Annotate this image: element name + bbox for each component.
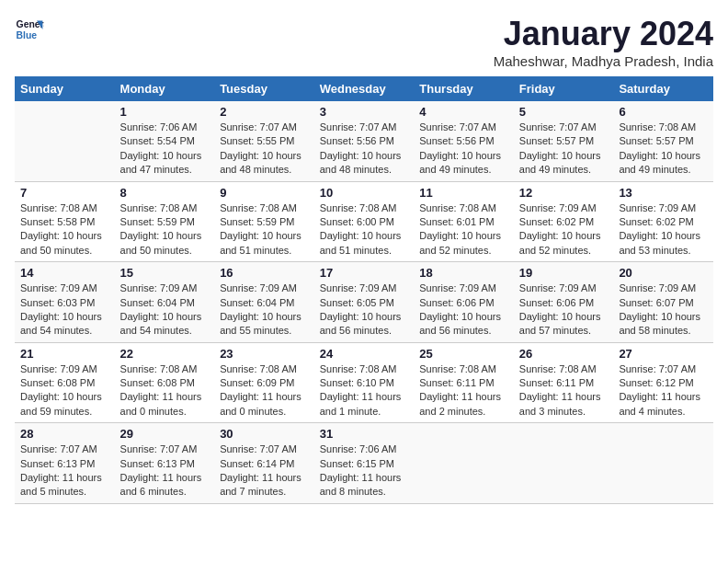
day-number: 9 bbox=[220, 186, 309, 200]
day-number: 10 bbox=[320, 186, 409, 200]
daylight-text: Daylight: 10 hours and 49 minutes. bbox=[619, 149, 708, 178]
day-number: 15 bbox=[120, 266, 210, 280]
sunset-text: Sunset: 5:55 PM bbox=[220, 134, 309, 148]
sunrise-text: Sunrise: 7:08 AM bbox=[419, 362, 508, 376]
day-info: Sunrise: 7:09 AMSunset: 6:02 PMDaylight:… bbox=[519, 201, 609, 259]
day-cell: 23Sunrise: 7:08 AMSunset: 6:09 PMDayligh… bbox=[214, 342, 314, 423]
day-cell bbox=[514, 423, 614, 504]
day-cell bbox=[613, 423, 713, 504]
day-cell: 24Sunrise: 7:08 AMSunset: 6:10 PMDayligh… bbox=[314, 342, 415, 423]
col-saturday: Saturday bbox=[613, 76, 713, 101]
week-row-2: 7Sunrise: 7:08 AMSunset: 5:58 PMDaylight… bbox=[15, 181, 713, 262]
day-cell: 31Sunrise: 7:06 AMSunset: 6:15 PMDayligh… bbox=[314, 423, 415, 504]
sunrise-text: Sunrise: 7:07 AM bbox=[519, 121, 609, 134]
day-info: Sunrise: 7:07 AMSunset: 6:13 PMDaylight:… bbox=[20, 442, 109, 500]
day-info: Sunrise: 7:08 AMSunset: 6:11 PMDaylight:… bbox=[519, 362, 609, 419]
week-row-1: 1Sunrise: 7:06 AMSunset: 5:54 PMDaylight… bbox=[15, 101, 713, 181]
day-info: Sunrise: 7:07 AMSunset: 6:12 PMDaylight:… bbox=[619, 362, 708, 419]
day-cell: 1Sunrise: 7:06 AMSunset: 5:54 PMDaylight… bbox=[115, 101, 215, 181]
sunrise-text: Sunrise: 7:08 AM bbox=[419, 201, 508, 215]
sunrise-text: Sunrise: 7:08 AM bbox=[519, 362, 609, 376]
daylight-text: Daylight: 10 hours and 53 minutes. bbox=[619, 229, 708, 258]
day-number: 31 bbox=[320, 427, 409, 441]
title-block: January 2024 Maheshwar, Madhya Pradesh, … bbox=[494, 15, 713, 69]
day-cell: 11Sunrise: 7:08 AMSunset: 6:01 PMDayligh… bbox=[414, 181, 514, 262]
sunrise-text: Sunrise: 7:07 AM bbox=[320, 121, 409, 134]
sunrise-text: Sunrise: 7:08 AM bbox=[220, 362, 309, 376]
sunset-text: Sunset: 5:56 PM bbox=[419, 134, 508, 148]
sunrise-text: Sunrise: 7:07 AM bbox=[619, 362, 708, 376]
day-number: 18 bbox=[419, 266, 508, 280]
sunset-text: Sunset: 6:01 PM bbox=[419, 215, 508, 229]
day-number: 28 bbox=[20, 427, 109, 441]
day-cell: 14Sunrise: 7:09 AMSunset: 6:03 PMDayligh… bbox=[15, 262, 115, 343]
page-header: General Blue January 2024 Maheshwar, Mad… bbox=[15, 15, 713, 69]
sunset-text: Sunset: 5:58 PM bbox=[20, 215, 109, 229]
sunset-text: Sunset: 6:12 PM bbox=[619, 376, 708, 390]
day-number: 16 bbox=[220, 266, 309, 280]
sunset-text: Sunset: 6:06 PM bbox=[519, 296, 609, 310]
day-number: 20 bbox=[619, 266, 708, 280]
day-info: Sunrise: 7:08 AMSunset: 6:11 PMDaylight:… bbox=[419, 362, 508, 419]
day-number: 3 bbox=[320, 105, 409, 119]
col-monday: Monday bbox=[115, 76, 215, 101]
day-cell: 8Sunrise: 7:08 AMSunset: 5:59 PMDaylight… bbox=[115, 181, 215, 262]
day-number: 22 bbox=[120, 347, 210, 361]
sunset-text: Sunset: 5:57 PM bbox=[619, 134, 708, 148]
day-info: Sunrise: 7:07 AMSunset: 6:14 PMDaylight:… bbox=[220, 442, 309, 500]
sunset-text: Sunset: 6:11 PM bbox=[519, 376, 609, 390]
day-info: Sunrise: 7:09 AMSunset: 6:08 PMDaylight:… bbox=[20, 362, 109, 419]
sunset-text: Sunset: 6:11 PM bbox=[419, 376, 508, 390]
day-number: 21 bbox=[20, 347, 109, 361]
day-cell: 4Sunrise: 7:07 AMSunset: 5:56 PMDaylight… bbox=[414, 101, 514, 181]
sunset-text: Sunset: 6:05 PM bbox=[320, 296, 409, 310]
day-cell: 15Sunrise: 7:09 AMSunset: 6:04 PMDayligh… bbox=[115, 262, 215, 343]
day-info: Sunrise: 7:09 AMSunset: 6:03 PMDaylight:… bbox=[20, 282, 109, 339]
day-number: 19 bbox=[519, 266, 609, 280]
day-number: 6 bbox=[619, 105, 708, 119]
sunset-text: Sunset: 5:57 PM bbox=[519, 134, 609, 148]
col-tuesday: Tuesday bbox=[214, 76, 314, 101]
daylight-text: Daylight: 11 hours and 0 minutes. bbox=[120, 390, 210, 419]
sunrise-text: Sunrise: 7:09 AM bbox=[619, 201, 708, 215]
day-number: 12 bbox=[519, 186, 609, 200]
day-number: 5 bbox=[519, 105, 609, 119]
sunset-text: Sunset: 5:54 PM bbox=[120, 134, 210, 148]
day-info: Sunrise: 7:06 AMSunset: 6:15 PMDaylight:… bbox=[320, 442, 409, 500]
day-cell: 27Sunrise: 7:07 AMSunset: 6:12 PMDayligh… bbox=[613, 342, 713, 423]
sunset-text: Sunset: 6:04 PM bbox=[220, 296, 309, 310]
day-cell: 9Sunrise: 7:08 AMSunset: 5:59 PMDaylight… bbox=[214, 181, 314, 262]
sunrise-text: Sunrise: 7:09 AM bbox=[419, 282, 508, 295]
sunrise-text: Sunrise: 7:09 AM bbox=[20, 282, 109, 295]
day-number: 30 bbox=[220, 427, 309, 441]
day-cell: 17Sunrise: 7:09 AMSunset: 6:05 PMDayligh… bbox=[314, 262, 415, 343]
daylight-text: Daylight: 11 hours and 3 minutes. bbox=[519, 390, 609, 419]
daylight-text: Daylight: 10 hours and 50 minutes. bbox=[120, 229, 210, 258]
sunset-text: Sunset: 6:08 PM bbox=[120, 376, 210, 390]
day-info: Sunrise: 7:07 AMSunset: 5:57 PMDaylight:… bbox=[519, 121, 609, 178]
daylight-text: Daylight: 11 hours and 4 minutes. bbox=[619, 390, 708, 419]
day-number: 25 bbox=[419, 347, 508, 361]
daylight-text: Daylight: 10 hours and 54 minutes. bbox=[20, 310, 109, 339]
daylight-text: Daylight: 11 hours and 7 minutes. bbox=[220, 471, 309, 500]
day-info: Sunrise: 7:09 AMSunset: 6:06 PMDaylight:… bbox=[519, 282, 609, 339]
day-number: 23 bbox=[220, 347, 309, 361]
day-number: 27 bbox=[619, 347, 708, 361]
day-cell: 2Sunrise: 7:07 AMSunset: 5:55 PMDaylight… bbox=[214, 101, 314, 181]
day-number: 7 bbox=[20, 186, 109, 200]
week-row-4: 21Sunrise: 7:09 AMSunset: 6:08 PMDayligh… bbox=[15, 342, 713, 423]
day-cell: 7Sunrise: 7:08 AMSunset: 5:58 PMDaylight… bbox=[15, 181, 115, 262]
sunset-text: Sunset: 6:02 PM bbox=[619, 215, 708, 229]
sunrise-text: Sunrise: 7:08 AM bbox=[20, 201, 109, 215]
daylight-text: Daylight: 10 hours and 54 minutes. bbox=[120, 310, 210, 339]
sunrise-text: Sunrise: 7:09 AM bbox=[519, 201, 609, 215]
daylight-text: Daylight: 11 hours and 1 minute. bbox=[320, 390, 409, 419]
logo-icon: General Blue bbox=[15, 15, 44, 44]
calendar-table: Sunday Monday Tuesday Wednesday Thursday… bbox=[15, 76, 713, 504]
day-cell: 13Sunrise: 7:09 AMSunset: 6:02 PMDayligh… bbox=[613, 181, 713, 262]
month-title: January 2024 bbox=[494, 15, 713, 53]
day-number: 1 bbox=[120, 105, 210, 119]
day-info: Sunrise: 7:07 AMSunset: 5:56 PMDaylight:… bbox=[419, 121, 508, 178]
sunset-text: Sunset: 5:56 PM bbox=[320, 134, 409, 148]
daylight-text: Daylight: 10 hours and 55 minutes. bbox=[220, 310, 309, 339]
